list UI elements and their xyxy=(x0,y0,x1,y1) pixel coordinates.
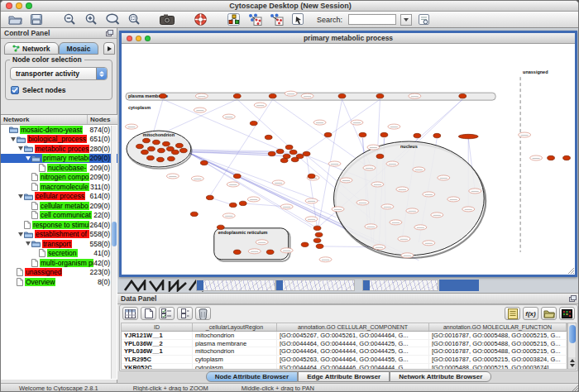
tree-row-multi-organism-pro[interactable]: multi-organism pro42(0) xyxy=(1,258,117,268)
minimized-frame-3[interactable] xyxy=(362,280,438,291)
table-scrollbar[interactable] xyxy=(567,323,577,370)
window-resize-grip[interactable] xyxy=(571,384,579,392)
attribute-table-icon[interactable] xyxy=(122,307,138,320)
zoom-fit-icon[interactable] xyxy=(103,12,122,26)
expand-arrow-icon[interactable] xyxy=(25,241,31,246)
function-icon[interactable]: f(x) xyxy=(523,307,538,320)
search-dropdown-button[interactable] xyxy=(400,14,412,26)
zoom-in-icon[interactable] xyxy=(82,12,100,26)
table-scrollbar-thumb[interactable] xyxy=(569,325,576,343)
minimized-frame-1[interactable] xyxy=(196,280,275,291)
scroll-up-icon[interactable] xyxy=(570,359,575,362)
network-node-colored xyxy=(285,145,293,149)
expand-arrow-icon[interactable] xyxy=(10,137,17,141)
tree-row-primary-metabo[interactable]: primary metabo209(0) xyxy=(1,154,117,164)
tree-col-nodes[interactable]: Nodes xyxy=(88,115,117,124)
tab-network-attribute-browser[interactable]: Network Attribute Browser xyxy=(390,371,491,382)
zoom-out-icon[interactable] xyxy=(60,12,79,26)
file-icon xyxy=(39,249,45,257)
frame-close-button[interactable] xyxy=(127,36,132,41)
annotation-icon[interactable] xyxy=(289,12,307,26)
expand-arrow-icon[interactable] xyxy=(17,232,24,237)
tree-row-transport[interactable]: transport558(0) xyxy=(1,239,117,249)
tree-row-macromolecule[interactable]: macromolecule311(0) xyxy=(1,182,117,192)
tree-row-establishment-of-lo[interactable]: establishment of lo558(0) xyxy=(1,230,117,240)
tree-row-cellular-process[interactable]: cellular process614(0) xyxy=(1,192,117,202)
tree-row-biological-process[interactable]: biological_process651(0) xyxy=(1,135,117,145)
tree-scrollbar-thumb[interactable] xyxy=(112,222,117,246)
formula-builder-icon[interactable] xyxy=(505,307,520,320)
tree-scrollbar[interactable] xyxy=(111,126,117,379)
tree-row-overview[interactable]: Overview8(0) xyxy=(1,277,117,287)
tree-row-label: biological_process xyxy=(27,135,87,143)
tab-node-attribute-browser[interactable]: Node Attribute Browser xyxy=(206,371,299,382)
vizmapper-icon[interactable] xyxy=(224,12,242,26)
tree-row-cellular-metabo[interactable]: cellular metabo209(0) xyxy=(1,201,117,211)
snapshot-camera-icon[interactable] xyxy=(158,12,176,26)
tree-row-metabolic-process[interactable]: metabolic process280(0) xyxy=(1,144,117,154)
table-row[interactable]: YLR295Ccytoplasm[GO:0045263, GO:0044464,… xyxy=(122,356,567,364)
network-node-colored xyxy=(290,150,297,154)
node-color-dropdown[interactable]: transporter activity xyxy=(10,67,108,80)
network-node-colored xyxy=(324,132,332,136)
frame-resize-grip[interactable] xyxy=(567,267,575,275)
layout-1-icon[interactable] xyxy=(246,12,264,26)
delete-attribute-trash-icon[interactable] xyxy=(195,307,211,320)
column-header-1[interactable]: _cellularLayoutRegion xyxy=(193,323,277,331)
float-data-panel-icon[interactable] xyxy=(569,295,577,302)
save-icon[interactable] xyxy=(27,12,45,26)
expand-arrow-icon[interactable] xyxy=(25,156,31,160)
minimized-frame-2[interactable] xyxy=(275,280,355,291)
table-row[interactable]: YPL036W__1mitochondrion[GO:0044464, GO:0… xyxy=(122,347,567,356)
window-titlebar[interactable]: Cytoscape Desktop (New Session) xyxy=(1,1,579,12)
column-header-3[interactable]: annotation.GO MOLECULAR_FUNCTION xyxy=(429,323,567,331)
attribute-table[interactable]: ID_cellularLayoutRegionannotation.GO CEL… xyxy=(121,323,567,370)
tree-row-unassigned[interactable]: unassigned223(0) xyxy=(1,268,117,278)
tree-row-secretion[interactable]: secretion41(0) xyxy=(1,249,117,259)
tab-mosaic[interactable]: Mosaic xyxy=(59,42,99,55)
scroll-down-icon[interactable] xyxy=(570,364,575,367)
open-folder-icon[interactable] xyxy=(6,12,24,26)
minimize-button[interactable] xyxy=(16,2,22,9)
new-attribute-icon[interactable] xyxy=(141,307,156,320)
tree-row-nucleobase-[interactable]: nucleobase-209(0) xyxy=(1,163,117,173)
search-options-icon[interactable] xyxy=(415,12,433,26)
tree-col-network[interactable]: Network xyxy=(1,115,88,124)
tree-row-cell-communicat[interactable]: cell communicat22(0) xyxy=(1,211,117,221)
tab-edge-attribute-browser[interactable]: Edge Attribute Browser xyxy=(298,371,390,382)
tab-network[interactable]: Network xyxy=(4,42,59,55)
dropdown-value: transporter activity xyxy=(16,69,79,78)
matrix-view-icon[interactable] xyxy=(559,307,575,320)
unselect-attributes-icon[interactable] xyxy=(177,307,193,320)
network-canvas[interactable]: plasma membranecytoplasmnucleusmitochond… xyxy=(122,44,575,275)
table-row[interactable]: YPL036W__2plasma membrane[GO:0044464, GO… xyxy=(122,340,567,348)
zoom-button[interactable] xyxy=(26,2,32,9)
table-row[interactable]: YKR052Ccytoplasm[GO:0044464, GO:0044446,… xyxy=(122,364,567,370)
layout-2-icon[interactable] xyxy=(267,12,285,26)
frame-zoom-button[interactable] xyxy=(145,36,151,41)
folder-icon xyxy=(24,193,33,200)
tree-row-label: secretion xyxy=(47,249,78,257)
search-input[interactable] xyxy=(348,14,396,25)
network-node xyxy=(254,103,266,108)
select-attributes-icon[interactable] xyxy=(159,307,175,320)
tree-row-nitrogen-compo[interactable]: nitrogen compo209(0) xyxy=(1,173,117,183)
float-panel-icon[interactable] xyxy=(106,30,113,36)
select-nodes-checkbox[interactable] xyxy=(11,86,19,94)
network-frame-titlebar[interactable]: primary metabolic process xyxy=(122,33,575,44)
tab-overflow-button[interactable] xyxy=(103,42,115,55)
column-header-0[interactable]: ID xyxy=(122,323,193,331)
zoom-selected-icon[interactable] xyxy=(125,12,143,26)
expand-arrow-icon[interactable] xyxy=(17,146,24,151)
table-row[interactable]: YJR121W__1mitochondrion[GO:0045267, GO:0… xyxy=(122,332,567,340)
tree-row-response-to-stimul[interactable]: response to stimul264(0) xyxy=(1,220,117,230)
help-lifebuoy-icon[interactable] xyxy=(191,12,209,26)
tree-row-mosaic-demo-yeast[interactable]: mosaic-demo-yeast874(0) xyxy=(1,125,117,135)
network-node xyxy=(373,245,385,250)
column-header-2[interactable]: annotation.GO CELLULAR_COMPONENT xyxy=(277,323,429,331)
expand-arrow-icon[interactable] xyxy=(17,194,24,198)
import-attributes-folder-icon[interactable] xyxy=(541,307,557,320)
close-button[interactable] xyxy=(6,2,12,9)
frame-minimize-button[interactable] xyxy=(136,36,141,41)
minimized-frame-4[interactable] xyxy=(439,280,479,291)
